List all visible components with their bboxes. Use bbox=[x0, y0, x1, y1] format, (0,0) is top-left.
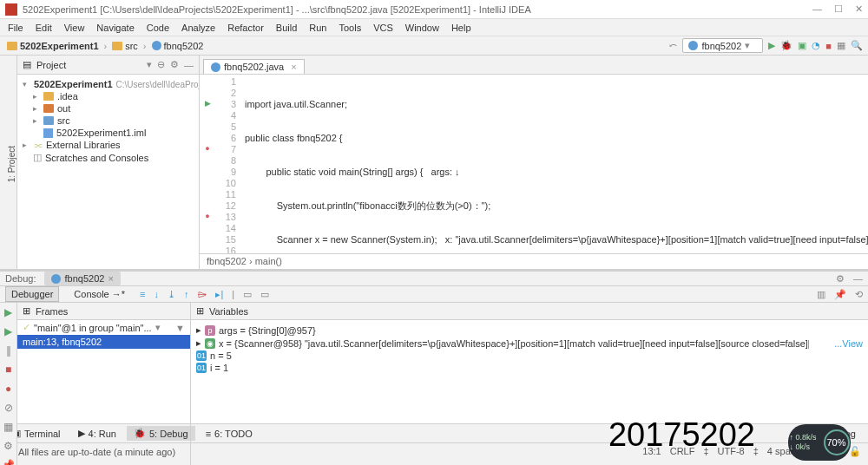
breadcrumb-project[interactable]: 5202Experiment1 bbox=[5, 41, 101, 51]
stack-frame[interactable]: main:13, fbnq5202 bbox=[17, 335, 190, 349]
variables-panel: ⊞Variables ▸pargs = {String[0]@957} ▸◉x … bbox=[191, 303, 868, 465]
tree-root[interactable]: ▾5202Experiment1 C:\Users\dell\IdeaProje… bbox=[17, 78, 199, 90]
drop-frame-icon[interactable]: ⌲ bbox=[197, 289, 207, 299]
project-panel-header: ▤ Project ▾ ⊖ ⚙ — bbox=[17, 56, 199, 75]
tree-external-libs[interactable]: ▸⫘External Libraries bbox=[17, 139, 199, 151]
stop-icon[interactable]: ■ bbox=[825, 41, 832, 51]
var-label: x = {Scanner@958} "java.util.Scanner[del… bbox=[219, 338, 809, 349]
frames-title: Frames bbox=[36, 306, 68, 317]
menu-build[interactable]: Build bbox=[270, 23, 303, 33]
editor-tab-label: fbnq5202.java bbox=[224, 62, 284, 72]
menu-navigate[interactable]: Navigate bbox=[90, 23, 140, 33]
breakpoints-icon[interactable]: ● bbox=[5, 383, 11, 395]
tree-node-iml[interactable]: 5202Experiment1.iml bbox=[17, 127, 199, 139]
performance-gauge: ↑ 0.8k/s↓ 0k/s 70% bbox=[788, 424, 851, 461]
gear-icon[interactable]: ⚙ bbox=[170, 59, 179, 70]
force-step-into-icon[interactable]: ⤓ bbox=[168, 289, 175, 300]
class-icon bbox=[211, 62, 220, 72]
back-icon[interactable]: ⤺ bbox=[669, 40, 677, 51]
line-numbers: 12345678910111213141516171819 bbox=[215, 75, 241, 253]
tree-scratches[interactable]: ◫Scratches and Consoles bbox=[17, 151, 199, 164]
mute-bp-icon[interactable]: ⊘ bbox=[4, 402, 13, 414]
step-over-icon[interactable]: ≡ bbox=[140, 289, 145, 299]
var-x[interactable]: ▸◉x = {Scanner@958} "java.util.Scanner[d… bbox=[196, 337, 863, 350]
frame-icon: ⊞ bbox=[196, 305, 204, 317]
folder-icon bbox=[7, 42, 17, 50]
debugger-tab[interactable]: Debugger bbox=[5, 286, 59, 302]
tree-node-out[interactable]: ▸out bbox=[17, 102, 199, 115]
breadcrumb-file-label: fbnq5202 bbox=[164, 41, 204, 51]
search-icon[interactable]: 🔍 bbox=[851, 40, 863, 51]
variables-list: ▸pargs = {String[0]@957} ▸◉x = {Scanner@… bbox=[191, 320, 868, 377]
menu-vcs[interactable]: VCS bbox=[367, 23, 399, 33]
pause-icon[interactable]: ‖ bbox=[6, 344, 11, 357]
run-icon[interactable]: ▶ bbox=[768, 40, 775, 51]
hide-icon[interactable]: — bbox=[184, 60, 194, 70]
gauge-circle: 70% bbox=[824, 429, 850, 455]
editor-breadcrumb[interactable]: fbnq5202 › main() bbox=[200, 253, 868, 269]
minimize-button[interactable]: — bbox=[812, 3, 822, 15]
pin-icon[interactable]: 📌 bbox=[834, 289, 846, 300]
scratch-icon: ◫ bbox=[33, 152, 42, 163]
layout-icon[interactable]: ▥ bbox=[817, 289, 825, 300]
debug-session-tab[interactable]: fbnq5202 × bbox=[44, 272, 120, 285]
collapse-icon[interactable]: ⊖ bbox=[157, 59, 165, 70]
stop-icon[interactable]: ■ bbox=[5, 363, 11, 376]
breadcrumb-file[interactable]: fbnq5202 bbox=[150, 41, 206, 51]
menu-edit[interactable]: Edit bbox=[30, 23, 58, 33]
menu-window[interactable]: Window bbox=[399, 23, 445, 33]
restore-icon[interactable]: ⟲ bbox=[855, 289, 863, 300]
var-i[interactable]: 01i = 1 bbox=[196, 362, 863, 374]
hide-icon[interactable]: — bbox=[853, 273, 863, 284]
maximize-button[interactable]: ☐ bbox=[834, 3, 843, 15]
layout-icon[interactable]: ▦ bbox=[3, 421, 13, 433]
code-area[interactable]: ▶ ● ● 12345678910111213141516171819 impo… bbox=[200, 75, 868, 253]
code-text[interactable]: import java.util.Scanner; public class f… bbox=[241, 75, 868, 253]
debug-session-label: fbnq5202 bbox=[64, 273, 104, 284]
code-line: public static void main(String[] args) {… bbox=[245, 167, 868, 178]
menu-refactor[interactable]: Refactor bbox=[221, 23, 270, 33]
debug-title: Debug: bbox=[5, 273, 36, 284]
close-button[interactable]: ✕ bbox=[855, 3, 863, 15]
menu-help[interactable]: Help bbox=[445, 23, 477, 33]
pin-icon[interactable]: 📌 bbox=[2, 459, 15, 465]
menu-code[interactable]: Code bbox=[141, 23, 175, 33]
tree-label: Scratches and Consoles bbox=[45, 153, 148, 163]
menu-analyze[interactable]: Analyze bbox=[175, 23, 221, 33]
resume-icon[interactable]: ▶ bbox=[4, 325, 12, 337]
run-toolbar: ⤺ fbnq5202 ▾ ▶ 🐞 ▣ ◔ ■ ▦ 🔍 bbox=[669, 38, 863, 53]
run-to-cursor-icon[interactable]: ▸| bbox=[215, 289, 223, 300]
watermark-text: 20175202 bbox=[608, 416, 755, 454]
step-out-icon[interactable]: ↑ bbox=[184, 289, 189, 299]
more-icon[interactable]: ▭ bbox=[260, 289, 269, 300]
rerun-icon[interactable]: ▶ bbox=[4, 306, 12, 318]
tree-node-idea[interactable]: ▸.idea bbox=[17, 90, 199, 102]
step-into-icon[interactable]: ↓ bbox=[154, 289, 159, 299]
breadcrumb-src[interactable]: src bbox=[110, 41, 140, 51]
window-controls: — ☐ ✕ bbox=[812, 3, 863, 15]
var-n[interactable]: 01n = 5 bbox=[196, 350, 863, 362]
tree-node-src[interactable]: ▸src bbox=[17, 115, 199, 127]
gear-icon[interactable]: ⚙ bbox=[836, 273, 845, 285]
view-link[interactable]: ...View bbox=[834, 338, 863, 349]
menu-file[interactable]: File bbox=[2, 23, 30, 33]
run-config-selector[interactable]: fbnq5202 ▾ bbox=[682, 38, 763, 53]
menu-run[interactable]: Run bbox=[303, 23, 332, 33]
var-args[interactable]: ▸pargs = {String[0]@957} bbox=[196, 324, 863, 337]
evaluate-icon[interactable]: ▭ bbox=[243, 289, 252, 300]
console-tab[interactable]: Console →* bbox=[68, 286, 131, 302]
thread-selector[interactable]: ✓"main"@1 in group "main"...▾▼ bbox=[17, 320, 190, 335]
debug-icon[interactable]: 🐞 bbox=[780, 40, 792, 51]
layout-icon[interactable]: ▦ bbox=[837, 40, 845, 51]
menu-view[interactable]: View bbox=[58, 23, 91, 33]
profile-icon[interactable]: ◔ bbox=[812, 40, 820, 51]
tree-label: 5202Experiment1.iml bbox=[56, 128, 146, 138]
project-tree: ▾5202Experiment1 C:\Users\dell\IdeaProje… bbox=[17, 75, 199, 167]
settings-icon[interactable]: ⚙ bbox=[3, 440, 13, 452]
tool-project-tab[interactable]: 1: Project bbox=[7, 146, 16, 182]
close-tab-icon[interactable]: × bbox=[291, 62, 296, 72]
menu-tools[interactable]: Tools bbox=[332, 23, 367, 33]
coverage-icon[interactable]: ▣ bbox=[798, 40, 806, 51]
dropdown-icon[interactable]: ▾ bbox=[147, 59, 152, 70]
editor-tab-fbnq5202[interactable]: fbnq5202.java× bbox=[203, 59, 305, 74]
